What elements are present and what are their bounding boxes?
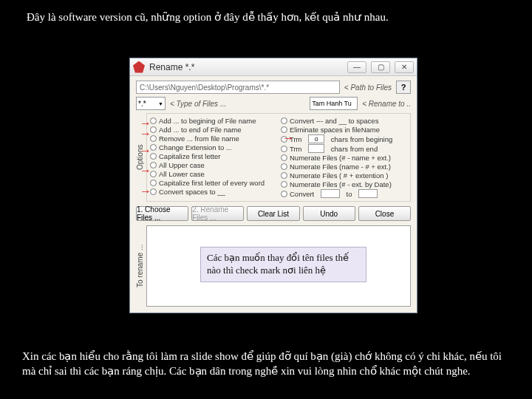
option-label: Remove ... from file name: [159, 134, 239, 143]
close-window-button[interactable]: ✕: [395, 61, 414, 73]
callout-box: Các bạn muốn thay đổi tên files thế nào …: [200, 247, 366, 282]
option-label: All Lower case: [159, 170, 205, 178]
trim-end-input[interactable]: [308, 144, 324, 153]
caption-top: Đây là software version cũ, những option…: [0, 0, 532, 31]
app-icon: [133, 61, 145, 73]
minimize-button[interactable]: —: [347, 61, 366, 73]
type-select[interactable]: *.* ▼: [136, 97, 166, 110]
radio[interactable]: [281, 181, 287, 188]
button-row: 1. Choose Files ... 2. Rename Files ... …: [136, 206, 411, 221]
option-label: Numerate Files (# - ext. by Date): [290, 180, 392, 188]
maximize-button[interactable]: ▢: [371, 61, 390, 73]
type-value: *.*: [138, 100, 146, 108]
arrow-icon: →: [140, 164, 151, 177]
option-label: Numerate Files ( # + extention ): [290, 171, 388, 180]
close-button[interactable]: Close: [358, 206, 411, 221]
help-button[interactable]: ?: [396, 81, 411, 94]
options-left-col: Add ... to begining of File name Add ...…: [150, 117, 276, 198]
option-label: Capitalize first letter of every word: [159, 179, 265, 187]
option-label: Change Extension to ...: [159, 143, 232, 151]
option-label: Convert spaces to __: [159, 188, 225, 196]
option-label: Trm: [290, 145, 302, 153]
caption-bottom: Xin các bạn hiểu cho rằng tôi làm ra sli…: [0, 343, 532, 386]
options-panel: Add ... to begining of File name Add ...…: [146, 113, 411, 202]
radio[interactable]: [281, 154, 287, 161]
window-title: Rename *.*: [149, 62, 343, 72]
convert-to-input[interactable]: [358, 189, 378, 198]
window-body: < Path to Files ? *.* ▼ < Type of Files …: [130, 76, 417, 313]
undo-button[interactable]: Undo: [303, 206, 355, 221]
clear-list-button[interactable]: Clear List: [247, 206, 299, 221]
type-hint: < Type of Files ...: [170, 100, 305, 108]
arrow-icon: →: [140, 127, 151, 140]
rename-to-input[interactable]: [310, 97, 358, 110]
rename-hint: < Rename to ..: [362, 100, 411, 108]
titlebar: Rename *.* — ▢ ✕: [130, 58, 417, 76]
option-label: Convert --- and __ to spaces: [290, 117, 378, 125]
options-right-col: Convert --- and __ to spaces Eliminate s…: [281, 117, 407, 198]
arrow-icon: →: [282, 132, 294, 145]
option-label: Capitalize first letter: [159, 152, 220, 160]
radio[interactable]: [281, 191, 287, 197]
radio[interactable]: [281, 172, 287, 179]
trim-begin-input[interactable]: [308, 134, 324, 143]
rename-files-button[interactable]: 2. Rename Files ...: [191, 206, 244, 221]
path-hint: < Path to Files: [344, 83, 392, 92]
path-input[interactable]: [136, 81, 340, 94]
option-label: Add ... to begining of File name: [159, 117, 256, 125]
radio[interactable]: [281, 163, 287, 170]
convert-from-input[interactable]: [321, 189, 340, 198]
file-list[interactable]: Các bạn muốn thay đổi tên files thế nào …: [146, 225, 411, 307]
torename-vertical-label: To rename ...: [136, 225, 146, 307]
option-label: Add ... to end of File name: [159, 126, 241, 134]
option-label: Numerate Files (# - name + ext.): [290, 154, 391, 162]
option-label: Numerate Files (name - # + ext.): [290, 163, 391, 171]
arrow-icon: →: [140, 144, 151, 157]
option-label: All Upper case: [159, 161, 205, 169]
radio[interactable]: [281, 117, 287, 124]
radio[interactable]: [281, 146, 287, 152]
chevron-down-icon: ▼: [158, 101, 163, 106]
choose-files-button[interactable]: 1. Choose Files ...: [136, 206, 188, 221]
rename-window: Rename *.* — ▢ ✕ < Path to Files ? *.* ▼…: [129, 58, 417, 313]
arrow-icon: →: [140, 185, 151, 198]
option-label: Eliminate spaces in fileName: [290, 126, 380, 134]
